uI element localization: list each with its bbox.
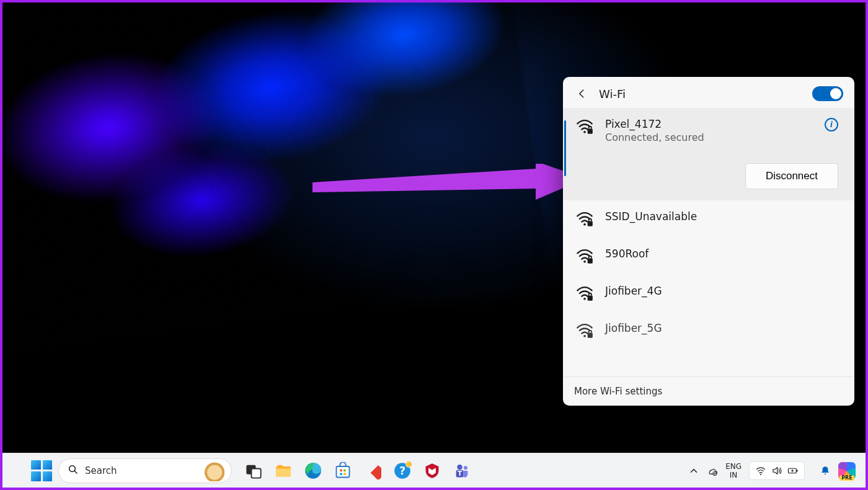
svg-rect-4 (588, 221, 593, 226)
svg-rect-6 (588, 259, 593, 264)
svg-rect-20 (343, 473, 346, 475)
network-ssid: Jiofiber_4G (605, 285, 838, 297)
network-ssid: 590Roof (605, 247, 838, 260)
network-item[interactable]: 590Roof (563, 238, 854, 275)
edge-browser-icon[interactable] (304, 461, 322, 480)
panel-title: Wi-Fi (599, 87, 804, 100)
network-item[interactable]: Jiofiber_4G (563, 275, 854, 312)
notifications-button[interactable] (820, 465, 831, 476)
get-help-icon[interactable]: ? (393, 461, 412, 480)
search-icon (68, 464, 79, 478)
search-highlight-icon (200, 461, 226, 481)
more-wifi-settings-link[interactable]: More Wi-Fi settings (563, 376, 854, 406)
svg-point-3 (583, 223, 586, 226)
toggle-knob (830, 88, 841, 99)
svg-point-25 (464, 466, 467, 470)
speaker-tray-icon (771, 465, 782, 476)
svg-rect-8 (588, 296, 593, 301)
svg-rect-17 (340, 469, 342, 471)
svg-rect-35 (797, 470, 798, 471)
wifi-secured-icon (575, 322, 594, 338)
taskbar-pinned-apps: ? T (244, 461, 471, 480)
lang-secondary: IN (725, 471, 742, 479)
wifi-panel-header: Wi-Fi (563, 77, 854, 108)
system-tray: ENG IN (688, 461, 856, 480)
mcafee-icon[interactable] (423, 461, 441, 480)
network-item[interactable]: Jiofiber_5G (563, 312, 854, 338)
task-view-icon[interactable] (244, 461, 263, 480)
svg-rect-2 (588, 129, 593, 134)
back-button[interactable] (574, 86, 590, 102)
taskbar-search[interactable]: Search (58, 458, 232, 483)
network-ssid: SSID_Unavailable (605, 210, 838, 223)
microsoft-store-icon[interactable] (334, 461, 352, 480)
wifi-secured-icon (575, 285, 594, 302)
app-red-diamond-icon[interactable] (363, 461, 382, 480)
network-ssid: Jiofiber_5G (605, 322, 838, 334)
start-button[interactable] (31, 460, 52, 481)
language-indicator[interactable]: ENG IN (725, 462, 742, 479)
wifi-toggle[interactable] (812, 86, 843, 101)
desktop-wallpaper: Wi-Fi Pixel_4172 Connected, secured i Di… (2, 2, 866, 453)
svg-point-5 (583, 261, 586, 263)
network-ssid: Pixel_4172 (605, 118, 813, 130)
svg-rect-10 (588, 333, 593, 338)
svg-rect-21 (371, 465, 381, 479)
svg-point-24 (457, 465, 462, 470)
wifi-quick-settings-panel: Wi-Fi Pixel_4172 Connected, secured i Di… (563, 77, 854, 406)
svg-rect-16 (337, 466, 350, 478)
arrow-left-icon (576, 87, 588, 100)
battery-tray-icon (787, 465, 799, 476)
wifi-tray-icon (755, 465, 766, 476)
notification-badge (405, 461, 412, 468)
lang-primary: ENG (725, 462, 742, 471)
svg-point-33 (760, 474, 761, 475)
network-properties-button[interactable]: i (825, 118, 838, 131)
wifi-secured-icon (575, 210, 594, 228)
onedrive-tray-icon[interactable] (707, 465, 718, 476)
svg-rect-13 (252, 468, 261, 478)
svg-rect-14 (276, 468, 290, 476)
svg-point-9 (583, 335, 586, 337)
svg-rect-32 (714, 473, 716, 474)
wifi-secured-icon (575, 247, 594, 265)
copilot-preview-button[interactable] (838, 462, 856, 479)
network-item-connected[interactable]: Pixel_4172 Connected, secured i Disconne… (563, 108, 854, 200)
svg-rect-18 (343, 469, 346, 471)
svg-point-1 (583, 131, 586, 133)
taskbar: Search ? T ENG IN (2, 453, 866, 488)
network-state: Connected, secured (605, 131, 813, 143)
search-placeholder: Search (85, 465, 117, 476)
network-item[interactable]: SSID_Unavailable (563, 200, 854, 238)
svg-text:T: T (458, 470, 463, 477)
svg-rect-19 (340, 473, 342, 475)
network-sound-battery-button[interactable] (749, 461, 805, 480)
file-explorer-icon[interactable] (274, 461, 293, 480)
svg-point-7 (583, 298, 586, 300)
teams-icon[interactable]: T (453, 461, 471, 480)
disconnect-button[interactable]: Disconnect (745, 163, 838, 189)
svg-text:?: ? (399, 464, 405, 476)
wifi-secured-icon (575, 118, 594, 135)
wallpaper-abstract-wave (2, 2, 551, 350)
network-list: Pixel_4172 Connected, secured i Disconne… (563, 108, 854, 376)
tray-overflow-button[interactable] (688, 465, 699, 476)
